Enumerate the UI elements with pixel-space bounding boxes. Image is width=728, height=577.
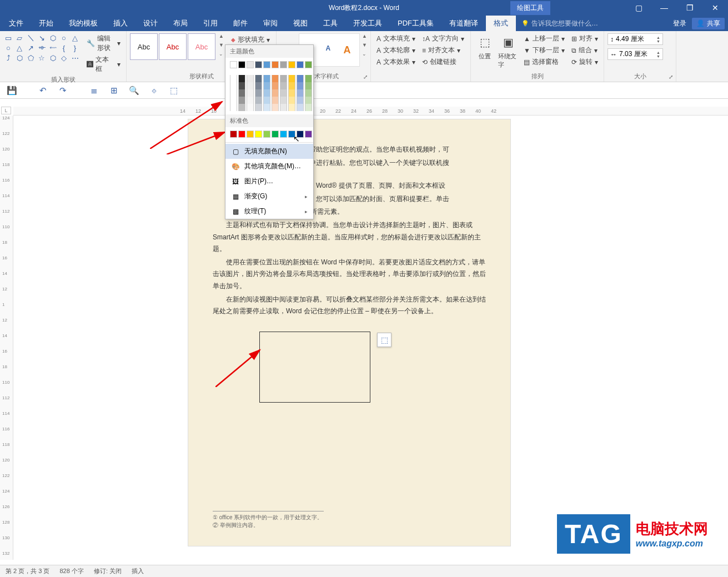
page-status[interactable]: 第 2 页，共 3 页	[6, 567, 49, 575]
tab-format[interactable]: 格式	[486, 16, 516, 31]
color-swatch[interactable]	[238, 82, 245, 89]
redo-icon[interactable]: ↷	[57, 84, 69, 97]
qat-icon[interactable]: ⊞	[108, 84, 120, 97]
create-link-button[interactable]: ⟲ 创建链接	[420, 57, 466, 67]
color-swatch[interactable]	[272, 89, 279, 97]
color-swatch[interactable]	[297, 89, 304, 97]
minimize-icon[interactable]: —	[651, 0, 677, 16]
share-button[interactable]: 👤 共享	[692, 18, 725, 29]
text-effects-button[interactable]: A 文本效果 ▾	[374, 57, 418, 67]
color-swatch[interactable]	[288, 104, 295, 111]
tab-tools[interactable]: 工具	[315, 16, 345, 31]
color-swatch[interactable]	[230, 104, 237, 111]
color-swatch[interactable]	[305, 82, 312, 89]
no-fill-item[interactable]: ▢ 无填充颜色(N)	[225, 144, 313, 159]
color-swatch[interactable]	[255, 104, 262, 111]
align-text-button[interactable]: ≡ 对齐文本 ▾	[420, 45, 466, 56]
color-swatch[interactable]	[263, 97, 270, 104]
color-swatch[interactable]	[305, 104, 312, 111]
dialog-launcher-icon[interactable]: ⤢	[362, 73, 369, 81]
color-swatch[interactable]	[230, 89, 237, 97]
tab-developer[interactable]: 开发工具	[345, 16, 390, 31]
color-swatch[interactable]	[230, 61, 237, 68]
qat-icon[interactable]: ⬚	[168, 84, 180, 97]
color-swatch[interactable]	[230, 82, 237, 89]
color-swatch[interactable]	[272, 75, 279, 82]
color-swatch[interactable]	[297, 82, 304, 89]
color-swatch[interactable]	[272, 104, 279, 111]
color-swatch[interactable]	[280, 89, 287, 97]
color-swatch[interactable]	[255, 61, 262, 68]
style-preset[interactable]: Abc	[159, 33, 187, 60]
bring-forward-button[interactable]: ▲ 上移一层 ▾	[521, 33, 567, 44]
color-swatch[interactable]	[247, 61, 254, 68]
color-swatch[interactable]	[238, 75, 245, 82]
inserted-rectangle-shape[interactable]	[259, 332, 370, 403]
ribbon-options-icon[interactable]: ▢	[626, 0, 651, 16]
ruler-corner[interactable]: L	[1, 107, 11, 114]
color-swatch[interactable]	[247, 75, 254, 82]
more-colors-item[interactable]: 🎨 其他填充颜色(M)…	[225, 159, 313, 174]
gallery-up-icon[interactable]: ▲	[219, 33, 224, 39]
color-swatch[interactable]	[280, 97, 287, 104]
selection-pane-button[interactable]: ▤ 选择窗格	[521, 57, 567, 67]
color-swatch[interactable]	[247, 104, 254, 111]
width-input[interactable]: ↔7.03 厘米▲▼	[607, 48, 663, 60]
color-swatch[interactable]	[288, 82, 295, 89]
color-swatch[interactable]	[305, 97, 312, 104]
undo-icon[interactable]: ↶	[37, 84, 49, 97]
vertical-ruler[interactable]: 1241221201181161141121101816141211214161…	[0, 116, 13, 560]
shapes-gallery[interactable]: ▭▱＼↘⬡○△ ○△↗⬲⬳{} ⤴⬡⬠☆⬡◇⋯	[3, 33, 80, 62]
dialog-launcher-icon[interactable]: ⤢	[667, 73, 675, 81]
color-swatch[interactable]	[280, 104, 287, 111]
qat-icon[interactable]: 🔍	[128, 84, 140, 97]
color-swatch[interactable]	[288, 131, 295, 138]
color-swatch[interactable]	[280, 75, 287, 82]
color-swatch[interactable]	[263, 75, 270, 82]
color-swatch[interactable]	[280, 61, 287, 68]
revision-status[interactable]: 修订: 关闭	[94, 567, 122, 575]
align-button[interactable]: ⊞ 对齐 ▾	[569, 33, 600, 44]
color-swatch[interactable]	[247, 97, 254, 104]
color-swatch[interactable]	[288, 89, 295, 97]
color-swatch[interactable]	[238, 89, 245, 97]
color-swatch[interactable]	[263, 104, 270, 111]
color-swatch[interactable]	[255, 82, 262, 89]
save-icon[interactable]: 💾	[6, 84, 18, 97]
color-swatch[interactable]	[238, 61, 245, 68]
text-direction-button[interactable]: ↕A 文字方向 ▾	[420, 33, 466, 44]
color-swatch[interactable]	[247, 82, 254, 89]
color-swatch[interactable]	[297, 97, 304, 104]
close-icon[interactable]: ✕	[702, 0, 728, 16]
color-swatch[interactable]	[238, 131, 245, 138]
color-swatch[interactable]	[288, 97, 295, 104]
color-swatch[interactable]	[288, 61, 295, 68]
color-swatch[interactable]	[297, 131, 304, 138]
tab-view[interactable]: 视图	[285, 16, 315, 31]
tab-mail[interactable]: 邮件	[225, 16, 255, 31]
color-swatch[interactable]	[263, 61, 270, 68]
tab-design[interactable]: 设计	[135, 16, 165, 31]
color-swatch[interactable]	[297, 61, 304, 68]
color-swatch[interactable]	[230, 131, 237, 138]
color-swatch[interactable]	[255, 97, 262, 104]
color-swatch[interactable]	[255, 75, 262, 82]
picture-fill-item[interactable]: 🖼 图片(P)…	[225, 174, 313, 189]
qat-icon[interactable]: ≣	[88, 84, 100, 97]
word-count[interactable]: 828 个字	[59, 567, 83, 575]
color-swatch[interactable]	[305, 61, 312, 68]
color-swatch[interactable]	[272, 61, 279, 68]
color-swatch[interactable]	[238, 104, 245, 111]
text-fill-button[interactable]: A 文本填充 ▾	[374, 33, 418, 44]
color-swatch[interactable]	[263, 82, 270, 89]
color-swatch[interactable]	[263, 89, 270, 97]
rotate-button[interactable]: ⟳ 旋转 ▾	[569, 57, 600, 67]
position-button[interactable]: ⬚位置	[474, 33, 496, 61]
layout-options-button[interactable]: ⬚	[377, 333, 391, 347]
gradient-fill-item[interactable]: ▦ 渐变(G) ▸	[225, 189, 313, 204]
gallery-more-icon[interactable]: ⌄	[362, 51, 367, 57]
gallery-up-icon[interactable]: ▲	[362, 33, 367, 39]
wrap-text-button[interactable]: ▣环绕文字	[498, 33, 520, 69]
tab-youdao[interactable]: 有道翻译	[441, 16, 486, 31]
tab-layout[interactable]: 布局	[165, 16, 195, 31]
